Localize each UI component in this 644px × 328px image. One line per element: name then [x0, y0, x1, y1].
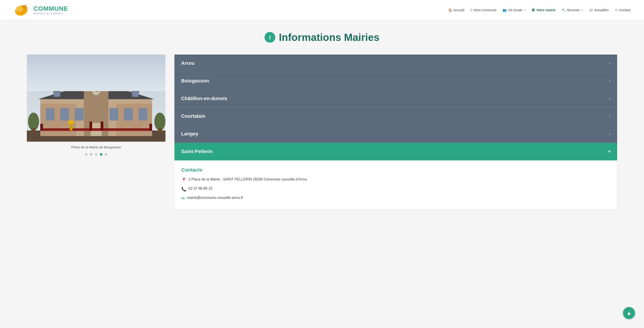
- mairie-arrow-boisgasson: ›: [609, 79, 610, 83]
- svg-rect-35: [40, 124, 43, 130]
- nav-icon-accueil: 🏠: [448, 8, 452, 12]
- svg-rect-27: [124, 108, 132, 120]
- dot-4[interactable]: [100, 153, 102, 156]
- contact-panel: Contacts 📍 2 Place de la Mairie - SAINT …: [174, 160, 617, 210]
- mairie-label-arrou: Arrou: [181, 60, 194, 66]
- svg-point-46: [28, 113, 39, 130]
- mairie-label-boisgasson: Boisgasson: [181, 78, 209, 84]
- dropdown-arrow-services: ▾: [582, 8, 583, 11]
- mairie-label-langey: Langey: [181, 131, 198, 137]
- contact-phone: 02 37 98 80 23: [188, 187, 212, 191]
- svg-rect-31: [132, 91, 139, 97]
- mairie-label-saint-pellerin: Saint-Pellerin: [181, 149, 213, 154]
- mairie-arrow-saint-pellerin: ▾: [608, 149, 610, 154]
- contact-email: mairie@commune-nouvelle-arrou.fr: [187, 196, 243, 200]
- photo-container: [27, 54, 166, 142]
- svg-rect-29: [54, 91, 60, 97]
- svg-rect-25: [75, 108, 84, 120]
- nav-label-accueil: Accueil: [454, 8, 464, 12]
- svg-rect-37: [100, 122, 103, 130]
- address-icon: 📍: [181, 178, 186, 183]
- content-area: Photo de la Mairie de Boisgasson Arrou ›…: [27, 54, 617, 210]
- nav-label-vie-locale: Vie locale: [508, 8, 522, 12]
- svg-rect-24: [60, 108, 69, 120]
- contact-phone-row: 📞 02 37 98 80 23: [181, 187, 610, 192]
- svg-point-47: [154, 113, 166, 130]
- mairie-item-arrou[interactable]: Arrou ›: [174, 54, 617, 72]
- dots-row: [27, 153, 166, 156]
- nav-icon-vie-locale: 👥: [503, 8, 506, 12]
- nav-items: 🏠 Accueil ℹ Votre commune 👥 Vie locale ▾…: [448, 8, 630, 12]
- nav-icon-services: 🔧: [562, 8, 566, 12]
- contact-email-row: ✉ mairie@commune-nouvelle-arrou.fr: [181, 196, 610, 201]
- logo-icon: [14, 3, 31, 17]
- logo-sub-label: NOUVELLE D'ARROU: [34, 12, 68, 15]
- site-logo[interactable]: COMMUNE NOUVELLE D'ARROU: [14, 3, 68, 17]
- contact-title: Contacts: [181, 167, 610, 173]
- mairie-list: Arrou › Boisgasson › Châtillon-en-dunois…: [174, 54, 617, 160]
- svg-rect-36: [90, 122, 92, 130]
- main-nav: 🏠 Accueil ℹ Votre commune 👥 Vie locale ▾…: [448, 8, 630, 12]
- nav-item-vie-locale[interactable]: 👥 Vie locale ▾: [503, 8, 526, 12]
- sky-bg: [27, 54, 166, 91]
- nav-item-votre-commune[interactable]: ℹ Votre commune: [470, 8, 496, 12]
- nav-icon-votre-commune: ℹ: [470, 8, 472, 12]
- photo-caption: Photo de la Mairie de Boisgasson: [27, 145, 166, 149]
- nav-label-votre-mairie: Votre mairie: [536, 8, 556, 12]
- svg-rect-49: [158, 128, 162, 133]
- main-content: i Informations Mairies: [0, 20, 644, 228]
- svg-rect-23: [46, 108, 54, 120]
- svg-rect-34: [40, 128, 152, 131]
- nav-label-actualites: Actualités: [594, 8, 609, 12]
- dot-1[interactable]: [85, 153, 88, 156]
- nav-item-accueil[interactable]: 🏠 Accueil: [448, 8, 464, 12]
- svg-rect-40: [68, 120, 73, 124]
- mairie-item-langey[interactable]: Langey ›: [174, 125, 617, 143]
- nav-label-contact: Contact: [619, 8, 630, 12]
- mairie-arrow-arrou: ›: [609, 61, 610, 66]
- svg-rect-26: [110, 108, 118, 120]
- mairies-section: Arrou › Boisgasson › Châtillon-en-dunois…: [174, 54, 617, 210]
- phone-icon: 📞: [181, 187, 186, 192]
- info-circle-icon: i: [264, 32, 275, 43]
- dot-3[interactable]: [95, 153, 98, 156]
- logo-commune-label: COMMUNE: [34, 5, 68, 12]
- page-title-section: i Informations Mairies: [27, 31, 617, 43]
- nav-icon-contact: ✉: [615, 8, 618, 12]
- mairie-item-saint-pellerin[interactable]: Saint-Pellerin ▾: [174, 143, 617, 160]
- email-icon: ✉: [181, 196, 185, 201]
- nav-label-votre-commune: Votre commune: [473, 8, 496, 12]
- svg-rect-38: [149, 124, 152, 130]
- nav-item-contact[interactable]: ✉ Contact: [615, 8, 630, 12]
- dot-5[interactable]: [105, 153, 107, 156]
- nav-item-votre-mairie[interactable]: 🏛 Votre mairie: [532, 8, 556, 12]
- mairie-arrow-langey: ›: [609, 132, 610, 136]
- nav-icon-votre-mairie: 🏛: [532, 8, 535, 12]
- mairie-item-boisgasson[interactable]: Boisgasson ›: [174, 72, 617, 90]
- dropdown-arrow-vie-locale: ▾: [524, 8, 526, 11]
- nav-icon-actualites: 📰: [589, 8, 593, 12]
- contact-address: 2 Place de la Mairie - SAINT PELLERIN 28…: [188, 177, 307, 181]
- svg-rect-28: [139, 108, 147, 120]
- mairie-label-chatillon: Châtillon-en-dunois: [181, 96, 228, 101]
- svg-rect-39: [70, 123, 72, 130]
- mairie-arrow-chatillon: ›: [609, 96, 610, 101]
- building-photo: [27, 54, 166, 142]
- photo-section: Photo de la Mairie de Boisgasson: [27, 54, 166, 156]
- page-title: Informations Mairies: [279, 31, 380, 43]
- mairie-item-chatillon[interactable]: Châtillon-en-dunois ›: [174, 90, 617, 107]
- nav-label-services: Services: [567, 8, 580, 12]
- mairie-label-courtalain: Courtalain: [181, 113, 206, 119]
- svg-rect-48: [31, 128, 35, 133]
- nav-item-actualites[interactable]: 📰 Actualités: [589, 8, 609, 12]
- svg-point-3: [19, 8, 22, 11]
- logo-text-area: COMMUNE NOUVELLE D'ARROU: [34, 5, 68, 15]
- mairie-arrow-courtalain: ›: [609, 114, 610, 119]
- contact-address-row: 📍 2 Place de la Mairie - SAINT PELLERIN …: [181, 177, 610, 183]
- svg-rect-12: [40, 104, 76, 136]
- nav-item-services[interactable]: 🔧 Services ▾: [562, 8, 583, 12]
- site-header: COMMUNE NOUVELLE D'ARROU 🏠 Accueil ℹ Vot…: [0, 0, 644, 20]
- dot-2[interactable]: [90, 153, 92, 156]
- mairie-item-courtalain[interactable]: Courtalain ›: [174, 107, 617, 125]
